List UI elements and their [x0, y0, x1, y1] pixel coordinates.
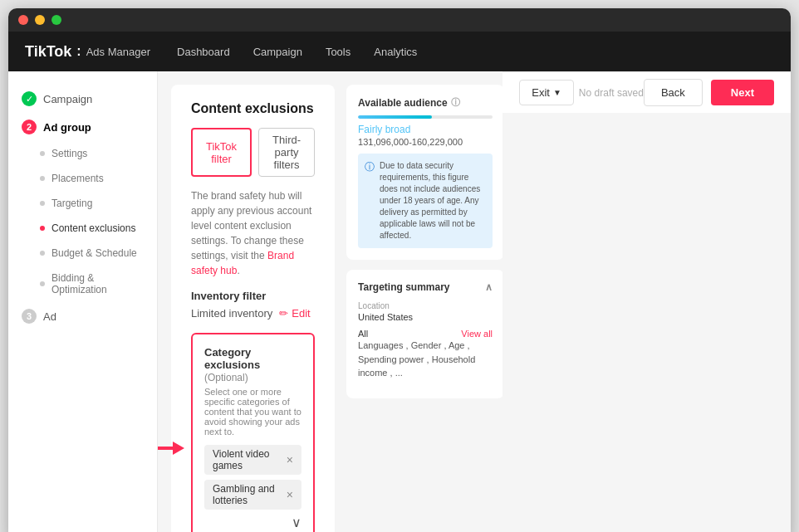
audience-range: 131,096,000-160,229,000 [358, 137, 493, 147]
sidebar-campaign-label: Campaign [43, 93, 92, 105]
chevron-down-icon: ▼ [553, 88, 561, 97]
audience-info-box: ⓘ Due to data security requirements, thi… [358, 154, 493, 248]
nav-analytics[interactable]: Analytics [374, 46, 417, 58]
sidebar-item-placements[interactable]: Placements [8, 166, 157, 191]
no-draft-label: No draft saved [579, 87, 644, 99]
available-audience-title: Available audience ⓘ [358, 96, 493, 109]
sidebar-adgroup-label: Ad group [43, 121, 91, 134]
location-value: United States [358, 312, 493, 322]
category-exclusions-wrapper: Category exclusions (Optional) Select on… [191, 333, 315, 532]
sidebar-settings-label: Settings [51, 148, 87, 159]
available-audience-card: Available audience ⓘ Fairly broad 131,09… [346, 85, 502, 260]
back-button[interactable]: Back [644, 79, 703, 106]
nav-tools[interactable]: Tools [326, 46, 350, 58]
all-label: All [358, 329, 368, 339]
tag-remove-violent[interactable]: × [287, 454, 293, 466]
minimize-dot[interactable] [35, 15, 45, 25]
sidebar-budget-label: Budget & Schedule [51, 247, 137, 259]
category-description: Select one or more specific categories o… [204, 387, 301, 437]
content-exclusions-title: Content exclusions [191, 101, 315, 116]
sidebar-item-budget-schedule[interactable]: Budget & Schedule [8, 241, 157, 266]
next-button[interactable]: Next [711, 80, 774, 105]
content-exclusions-card: Content exclusions TikTok filter Third-p… [171, 85, 335, 532]
expand-dot[interactable] [51, 15, 61, 25]
sidebar-targeting-label: Targeting [51, 198, 92, 209]
content-area: Content exclusions TikTok filter Third-p… [158, 71, 502, 532]
info-circle-icon: ⓘ [451, 96, 460, 109]
footer-right: Back Next [644, 79, 774, 106]
nav-dashboard[interactable]: Dashboard [177, 46, 230, 58]
content-exclusions-description: The brand safety hub will apply any prev… [191, 188, 315, 278]
filter-tabs: TikTok filter Third-party filters [191, 128, 315, 177]
dot-icon [40, 151, 45, 156]
chevron-up-icon: ∧ [485, 281, 493, 293]
tag-label: Gambling and lotteries [213, 483, 282, 506]
sidebar-item-bidding-optimization[interactable]: Bidding & Optimization [8, 266, 157, 302]
top-navigation: TikTok: Ads Manager Dashboard Campaign T… [8, 32, 791, 71]
dot-icon [40, 176, 45, 181]
dot-icon [40, 251, 45, 256]
sidebar-item-adgroup[interactable]: 2 Ad group [8, 113, 157, 141]
edit-link[interactable]: ✏ Edit [279, 307, 310, 320]
sidebar-item-content-exclusions[interactable]: Content exclusions [8, 216, 157, 241]
tag-remove-gambling[interactable]: × [287, 489, 293, 500]
sidebar-item-campaign[interactable]: ✓ Campaign [8, 85, 157, 113]
red-arrow-icon [158, 436, 184, 464]
sidebar: ✓ Campaign 2 Ad group Settings Placement… [8, 71, 158, 532]
inventory-filter-row: Limited inventory ✏ Edit [191, 307, 315, 320]
dot-icon [40, 281, 45, 286]
category-tags-row: Violent video games × Gambling and lotte… [204, 445, 301, 530]
step-2-badge: 2 [22, 120, 37, 134]
step-3-badge: 3 [22, 309, 37, 324]
category-title: Category exclusions (Optional) [204, 346, 301, 383]
dot-icon [40, 226, 45, 231]
location-label: Location [358, 301, 493, 310]
targeting-all-section: All View all Languages , Gender , Age , … [358, 329, 493, 380]
category-exclusions-box: Category exclusions (Optional) Select on… [191, 333, 315, 532]
dot-icon [40, 201, 45, 206]
nav-links: Dashboard Campaign Tools Analytics [177, 46, 417, 58]
app-window: TikTok: Ads Manager Dashboard Campaign T… [8, 8, 791, 532]
sidebar-item-targeting[interactable]: Targeting [8, 191, 157, 216]
inventory-filter-label: Inventory filter [191, 290, 315, 302]
inventory-value: Limited inventory [191, 307, 272, 320]
brand-colon: : [76, 44, 81, 59]
tags-dropdown-button[interactable]: ∨ [292, 515, 301, 530]
sidebar-item-settings[interactable]: Settings [8, 141, 157, 166]
right-panel: Available audience ⓘ Fairly broad 131,09… [346, 85, 502, 527]
audience-progress-bar [358, 115, 493, 119]
view-all-link[interactable]: View all [461, 329, 493, 339]
info-icon: ⓘ [365, 160, 375, 242]
sidebar-content-exclusions-label: Content exclusions [51, 222, 135, 234]
sidebar-bidding-label: Bidding & Optimization [51, 272, 144, 295]
footer-left: Exit ▼ No draft saved [519, 80, 644, 105]
targeting-detail: Languages , Gender , Age , Spending powe… [358, 339, 493, 380]
tag-violent-video-games: Violent video games × [204, 445, 301, 475]
close-dot[interactable] [18, 15, 28, 25]
targeting-summary-card: Targeting summary ∧ Location United Stat… [346, 270, 502, 398]
titlebar [8, 8, 791, 32]
targeting-summary-title: Targeting summary ∧ [358, 281, 493, 293]
sidebar-item-ad[interactable]: 3 Ad [8, 302, 157, 330]
tag-gambling: Gambling and lotteries × [204, 480, 301, 510]
main-panel: Content exclusions TikTok filter Third-p… [171, 85, 335, 527]
targeting-location-section: Location United States [358, 301, 493, 322]
nav-campaign[interactable]: Campaign [253, 46, 302, 58]
audience-label: Fairly broad [358, 124, 493, 135]
svg-marker-1 [173, 442, 184, 455]
thirdparty-filter-tab[interactable]: Third-party filters [258, 128, 315, 177]
brand-logo: TikTok: Ads Manager [25, 43, 150, 61]
main-layout: ✓ Campaign 2 Ad group Settings Placement… [8, 71, 791, 532]
check-icon: ✓ [22, 91, 37, 106]
brand-name: TikTok [25, 43, 71, 61]
brand-subtitle: Ads Manager [86, 46, 150, 58]
tag-label: Violent video games [213, 448, 282, 471]
audience-info-text: Due to data security requirements, this … [380, 160, 486, 242]
targeting-all-row: All View all [358, 329, 493, 339]
tiktok-filter-tab[interactable]: TikTok filter [191, 128, 252, 177]
exit-button[interactable]: Exit ▼ [519, 80, 574, 105]
exit-label: Exit [532, 86, 550, 99]
audience-progress-fill [358, 115, 432, 119]
sidebar-placements-label: Placements [51, 173, 104, 184]
footer: Exit ▼ No draft saved Back Next [502, 71, 791, 113]
